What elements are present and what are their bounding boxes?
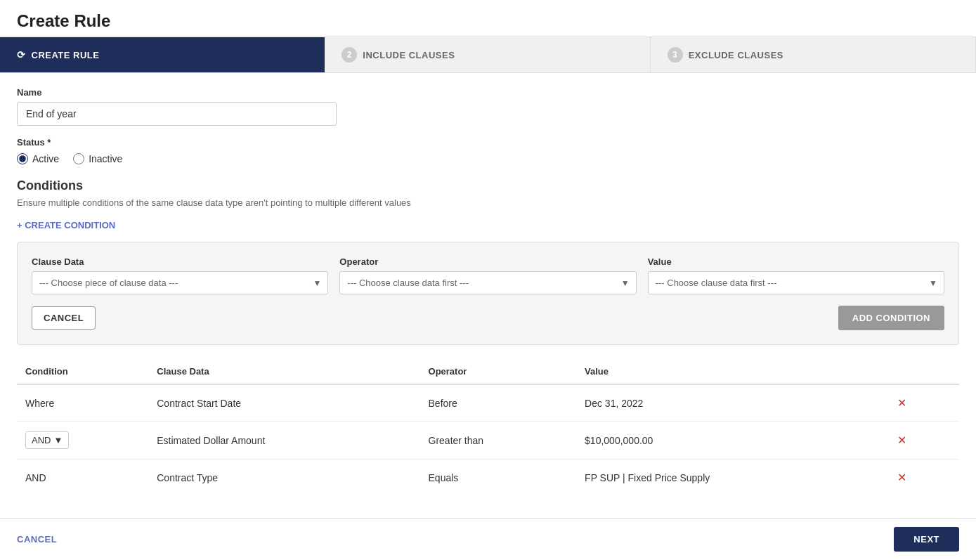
status-label: Status * [17,137,959,148]
active-radio[interactable] [17,153,28,164]
condition-cell: Where [17,384,148,422]
create-rule-icon: ⟳ [17,49,26,60]
conditions-title: Conditions [17,178,959,193]
name-section: Name [17,87,959,126]
tabs-row: ⟳ CREATE RULE 2 INCLUDE CLAUSES 3 EXCLUD… [0,37,976,73]
col-value: Value [576,359,885,384]
clause-data-select-wrapper: --- Choose piece of clause data --- ▼ [32,271,328,294]
operator-cell: Greater than [420,422,577,460]
condition-form-actions: CANCEL ADD CONDITION [32,306,944,330]
operator-cell: Equals [420,460,577,496]
name-input[interactable] [17,102,337,126]
delete-row-2-button[interactable]: ✕ [893,432,911,448]
operator-select-wrapper: --- Choose clause data first --- ▼ [339,271,636,294]
value-select-wrapper: --- Choose clause data first --- ▼ [648,271,944,294]
col-operator: Operator [420,359,577,384]
condition-form-box: Clause Data --- Choose piece of clause d… [17,242,959,345]
col-clause-data: Clause Data [148,359,419,384]
clause-data-cell: Estimated Dollar Amount [148,422,419,460]
table-row: Where Contract Start Date Before Dec 31,… [17,384,959,422]
add-condition-button[interactable]: ADD CONDITION [838,306,944,330]
create-condition-link[interactable]: + CREATE CONDITION [17,220,115,230]
and-dropdown-chevron: ▼ [53,435,63,445]
tab-create-rule-label: CREATE RULE [32,50,100,60]
delete-cell: ✕ [885,460,959,496]
inactive-radio[interactable] [73,153,84,164]
clause-data-field: Clause Data --- Choose piece of clause d… [32,256,328,294]
page-header: Create Rule [0,0,976,37]
col-actions [885,359,959,384]
operator-label: Operator [339,256,636,267]
value-label: Value [648,256,944,267]
status-section: Status * Active Inactive [17,137,959,164]
tab-create-rule[interactable]: ⟳ CREATE RULE [0,37,325,72]
tab-exclude-label: EXCLUDE CLAUSES [689,50,783,60]
condition-cell: AND [17,460,148,496]
value-select[interactable]: --- Choose clause data first --- [648,271,944,294]
operator-field: Operator --- Choose clause data first --… [339,256,636,294]
delete-row-3-button[interactable]: ✕ [893,469,911,486]
page-title: Create Rule [17,11,959,31]
table-row: AND Contract Type Equals FP SUP | Fixed … [17,460,959,496]
conditions-table-header-row: Condition Clause Data Operator Value [17,359,959,384]
value-cell: Dec 31, 2022 [576,384,885,422]
main-content: Name Status * Active Inactive Conditions… [0,73,976,523]
and-dropdown-1[interactable]: AND ▼ [25,431,69,449]
value-field: Value --- Choose clause data first --- ▼ [648,256,944,294]
status-options: Active Inactive [17,153,959,164]
conditions-table-body: Where Contract Start Date Before Dec 31,… [17,384,959,495]
conditions-table-head: Condition Clause Data Operator Value [17,359,959,384]
condition-cell: AND ▼ [17,422,148,460]
clause-data-cell: Contract Start Date [148,384,419,422]
value-cell: FP SUP | Fixed Price Supply [576,460,885,496]
inactive-radio-option[interactable]: Inactive [73,153,122,164]
page-footer: CANCEL NEXT [0,518,976,523]
conditions-description: Ensure multiple conditions of the same c… [17,197,959,208]
col-condition: Condition [17,359,148,384]
tab-include-label: INCLUDE CLAUSES [363,50,455,60]
tab-include-clauses[interactable]: 2 INCLUDE CLAUSES [325,37,650,72]
active-radio-option[interactable]: Active [17,153,59,164]
table-row: AND ▼ Estimated Dollar Amount Greater th… [17,422,959,460]
tab-exclude-clauses[interactable]: 3 EXCLUDE CLAUSES [651,37,976,72]
active-label: Active [32,153,59,164]
condition-form-row: Clause Data --- Choose piece of clause d… [32,256,944,294]
name-label: Name [17,87,959,98]
inactive-label: Inactive [89,153,122,164]
cancel-button[interactable]: CANCEL [32,306,96,330]
delete-cell: ✕ [885,422,959,460]
tab-include-number: 2 [341,47,357,63]
operator-select[interactable]: --- Choose clause data first --- [339,271,636,294]
operator-cell: Before [420,384,577,422]
delete-cell: ✕ [885,384,959,422]
tab-exclude-number: 3 [668,47,683,63]
clause-data-label: Clause Data [32,256,328,267]
conditions-table: Condition Clause Data Operator Value Whe… [17,359,959,495]
clause-data-cell: Contract Type [148,460,419,496]
clause-data-select[interactable]: --- Choose piece of clause data --- [32,271,328,294]
value-cell: $10,000,000.00 [576,422,885,460]
delete-row-1-button[interactable]: ✕ [893,395,911,411]
conditions-section: Conditions Ensure multiple conditions of… [17,178,959,495]
